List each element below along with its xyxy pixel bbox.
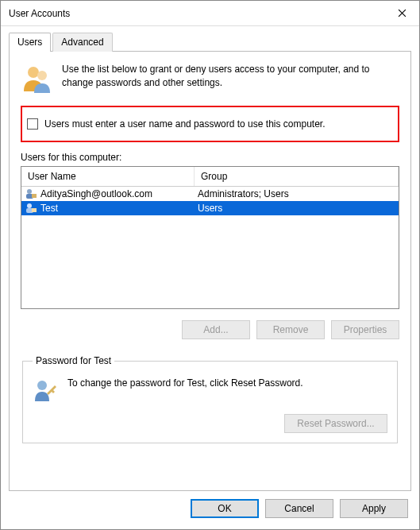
listview-body: AdityaSingh@outlook.com Administrators; …	[21, 187, 399, 308]
tab-panel-users: Use the list below to grant or deny user…	[9, 51, 411, 491]
svg-point-8	[37, 381, 47, 390]
properties-button[interactable]: Properties	[331, 320, 399, 339]
cancel-button[interactable]: Cancel	[265, 499, 333, 518]
remove-button[interactable]: Remove	[256, 320, 325, 339]
cell-username: AdityaSingh@outlook.com	[40, 188, 152, 199]
cell-username: Test	[40, 203, 58, 214]
apply-button[interactable]: Apply	[340, 499, 408, 518]
svg-point-5	[27, 203, 32, 208]
key-user-icon	[33, 377, 58, 403]
svg-rect-7	[32, 208, 37, 212]
user-accounts-dialog: User Accounts Users Advanced Use the lis…	[0, 0, 420, 530]
table-row[interactable]: AdityaSingh@outlook.com Administrators; …	[21, 187, 399, 201]
dialog-buttons: OK Cancel Apply	[9, 491, 411, 521]
reset-password-button[interactable]: Reset Password...	[284, 414, 387, 433]
close-icon	[398, 9, 407, 17]
table-row[interactable]: Test Users	[21, 201, 399, 215]
password-text: To change the password for Test, click R…	[67, 377, 303, 389]
password-legend: Password for Test	[33, 355, 114, 366]
svg-point-0	[28, 67, 39, 78]
intro-text: Use the list below to grant or deny user…	[62, 63, 399, 95]
tab-strip: Users Advanced	[9, 33, 411, 52]
cell-group: Users	[198, 203, 222, 214]
require-password-label: Users must enter a user name and passwor…	[44, 118, 326, 130]
user-icon	[25, 188, 37, 200]
svg-point-2	[27, 189, 32, 194]
column-header-username[interactable]: User Name	[21, 167, 195, 186]
require-password-checkbox-row[interactable]: Users must enter a user name and passwor…	[21, 106, 399, 142]
tab-users[interactable]: Users	[9, 33, 51, 52]
window-title: User Accounts	[9, 8, 384, 19]
users-listview[interactable]: User Name Group AdityaSingh@outlook.com …	[21, 166, 399, 309]
titlebar: User Accounts	[1, 1, 419, 26]
svg-rect-4	[32, 194, 37, 198]
client-area: Users Advanced Use the list below to gra…	[1, 26, 419, 529]
password-groupbox: Password for Test To change the password…	[22, 355, 398, 443]
intro-row: Use the list below to grant or deny user…	[21, 63, 399, 95]
users-list-caption: Users for this computer:	[21, 152, 399, 163]
user-icon	[25, 202, 37, 215]
require-password-checkbox[interactable]	[27, 118, 38, 130]
svg-point-1	[37, 71, 47, 80]
close-button[interactable]	[384, 2, 419, 25]
cell-group: Administrators; Users	[198, 188, 289, 199]
tab-advanced[interactable]: Advanced	[52, 33, 112, 52]
column-header-group[interactable]: Group	[195, 167, 399, 186]
add-button[interactable]: Add...	[182, 320, 250, 339]
ok-button[interactable]: OK	[191, 499, 259, 518]
users-icon	[21, 63, 52, 95]
user-buttons-row: Add... Remove Properties	[21, 320, 399, 339]
listview-header: User Name Group	[21, 167, 399, 187]
